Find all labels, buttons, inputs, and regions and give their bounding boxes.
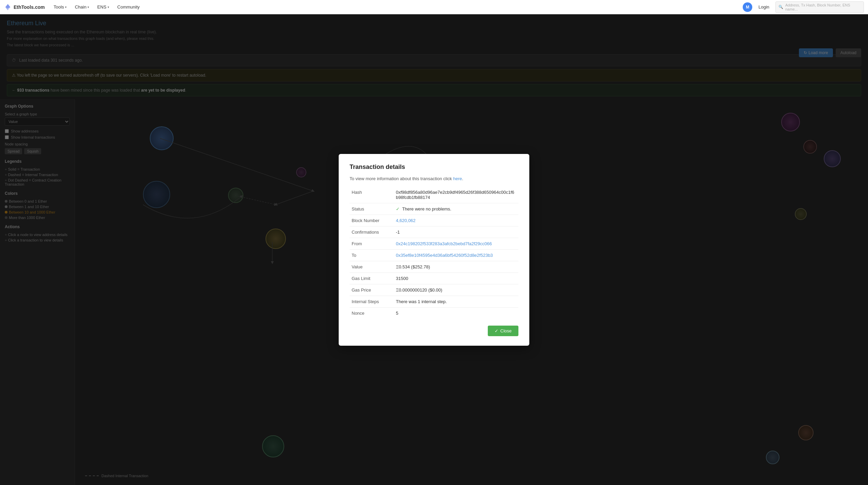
nav-item-community[interactable]: Community [114,2,143,12]
field-label: From [350,238,394,249]
chevron-down-icon: ▾ [65,5,67,9]
field-label: Block Number [350,215,394,226]
field-value-value: Ξ0.534 ($252.78) [394,261,518,272]
table-row: To 0x35ef8e10f4595e4d36a6bf54260f52d8e2f… [350,249,518,261]
search-placeholder: Address, Tx Hash, Block Number, ENS name… [785,3,861,11]
nav-item-chain[interactable]: Chain ▾ [71,2,93,12]
field-label: Confirmations [350,226,394,238]
table-row: Nonce 5 [350,307,518,319]
block-number-link[interactable]: 4,620,062 [396,218,416,223]
table-row: Hash 0xf98df856a80d96ae7e2cb9df4965d26f3… [350,187,518,203]
nav-items: Tools ▾ Chain ▾ ENS ▾ Community [50,2,743,12]
table-row: Gas Price Ξ0.0000000120 ($0.00) [350,284,518,296]
field-value-internal-steps: There was 1 internal step. [394,296,518,307]
chevron-down-icon: ▾ [87,5,89,9]
close-button[interactable]: ✓ Close [488,326,518,336]
navbar: EthTools.com Tools ▾ Chain ▾ ENS ▾ Commu… [0,0,868,14]
page-background: Ethereum Live See the transactions being… [0,14,868,485]
search-bar[interactable]: 🔍 Address, Tx Hash, Block Number, ENS na… [775,1,864,13]
from-address-link[interactable]: 0x24c198202f533f283a3afcb2bebd7fa2f29cc0… [396,241,492,246]
brand-name: EthTools.com [14,4,45,10]
to-address-link[interactable]: 0x35ef8e10f4595e4d36a6bf54260f52d8e2f523… [396,253,493,258]
modal-footer: ✓ Close [350,326,518,336]
field-value-to: 0x35ef8e10f4595e4d36a6bf54260f52d8e2f523… [394,249,518,261]
field-label: To [350,249,394,261]
avatar[interactable]: M [743,2,752,12]
check-icon: ✓ [495,328,498,333]
field-value-block: 4,620,062 [394,215,518,226]
table-row: Block Number 4,620,062 [350,215,518,226]
field-value-from: 0x24c198202f533f283a3afcb2bebd7fa2f29cc0… [394,238,518,249]
field-value-nonce: 5 [394,307,518,319]
modal-intro: To view more information about this tran… [350,176,518,181]
field-label: Nonce [350,307,394,319]
status-ok-icon: ✓ [396,206,400,212]
modal-overlay: Transaction details To view more informa… [0,14,868,485]
table-row: Confirmations -1 [350,226,518,238]
field-label: Value [350,261,394,272]
field-value-gas-limit: 31500 [394,272,518,284]
modal-title: Transaction details [350,163,518,171]
brand[interactable]: EthTools.com [4,3,45,11]
field-label: Internal Steps [350,296,394,307]
field-value-gas-price: Ξ0.0000000120 ($0.00) [394,284,518,296]
field-value-hash: 0xf98df856a80d96ae7e2cb9df4965d26f388d65… [394,187,518,203]
transaction-table: Hash 0xf98df856a80d96ae7e2cb9df4965d26f3… [350,187,518,319]
field-label: Gas Price [350,284,394,296]
modal-intro-link[interactable]: here [453,176,462,181]
transaction-details-modal: Transaction details To view more informa… [339,154,529,346]
table-row: Status ✓ There were no problems. [350,203,518,215]
chevron-down-icon: ▾ [108,5,109,9]
field-label: Gas Limit [350,272,394,284]
field-label: Status [350,203,394,215]
field-value-confirmations: -1 [394,226,518,238]
table-row: From 0x24c198202f533f283a3afcb2bebd7fa2f… [350,238,518,249]
nav-item-ens[interactable]: ENS ▾ [94,2,113,12]
table-row: Gas Limit 31500 [350,272,518,284]
nav-right: M Login 🔍 Address, Tx Hash, Block Number… [743,1,864,13]
table-row: Value Ξ0.534 ($252.78) [350,261,518,272]
search-icon: 🔍 [778,5,783,9]
nav-item-tools[interactable]: Tools ▾ [50,2,70,12]
login-button[interactable]: Login [756,3,772,11]
eth-icon [4,3,12,11]
field-value-status: ✓ There were no problems. [394,203,518,215]
table-row: Internal Steps There was 1 internal step… [350,296,518,307]
field-label: Hash [350,187,394,203]
